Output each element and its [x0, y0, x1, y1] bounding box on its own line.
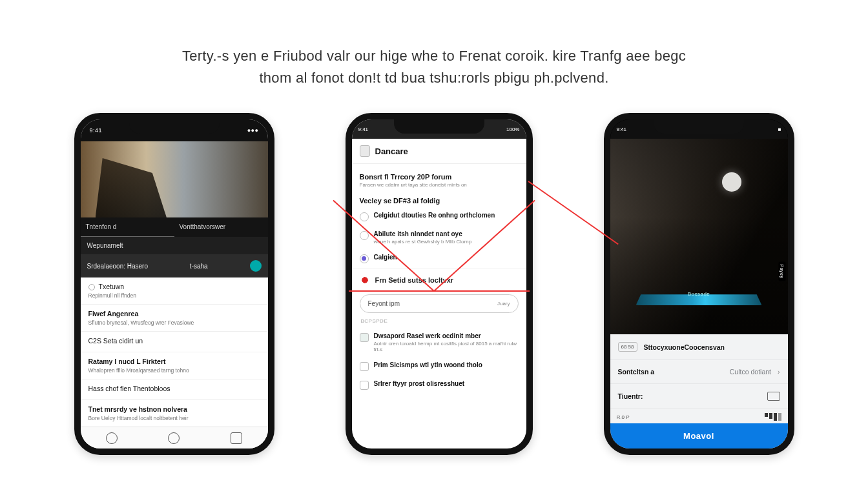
- notch: [394, 119, 484, 134]
- row-label: SttocyxuoneCoocensvan: [644, 343, 780, 351]
- row-chip: 68 58: [618, 342, 637, 352]
- status-right: ●●●: [247, 127, 259, 134]
- side-badge: Payey: [778, 262, 785, 281]
- radio-option[interactable]: Calgien: [360, 249, 519, 268]
- feed-list: Txetuwn Repinmull nll ffnden Fiwef Angen…: [81, 277, 268, 427]
- slider-label: Bocsade: [636, 291, 762, 297]
- nav-search-icon[interactable]: [168, 432, 180, 444]
- search-submit[interactable]: Juary: [497, 301, 510, 307]
- heading-line2: thom al fonot don!t td bua tshu:rorls pb…: [0, 67, 868, 89]
- callout-line: [349, 290, 530, 292]
- nav-library-icon[interactable]: [231, 432, 242, 444]
- radio-option[interactable]: Celgidut dtouties Re onhng orthclomen: [360, 207, 519, 226]
- checkbox-icon[interactable]: [360, 333, 369, 342]
- phone-frame-1: 9:41 9:00 ●●● Tntenfon d Vontthatvorswer…: [74, 113, 274, 455]
- row-value: Cultco dotiant: [730, 368, 771, 376]
- tab-left[interactable]: Tntenfon d: [81, 217, 174, 237]
- panel-row[interactable]: Sontcltsn a Cultco dotiant ›: [610, 360, 788, 384]
- list-item[interactable]: Ratamy l nucd L Firktert Whalopren ffllo…: [81, 352, 268, 379]
- dark-row-value: t-saha: [190, 263, 208, 270]
- tabs: Tntenfon d Vontthatvorswer: [81, 217, 268, 237]
- list-item[interactable]: Fiwef Angenrea Sflutno brynesal, Wrusfeo…: [81, 305, 268, 332]
- panel-row[interactable]: Tiuentr:: [610, 384, 788, 409]
- dark-row[interactable]: Srdealaeoon: Hasero t-saha: [81, 254, 268, 277]
- panel-row[interactable]: 68 58 SttocyxuoneCoocensvan: [610, 334, 788, 360]
- dark-row-label: Srdealaeoon: Hasero: [87, 263, 149, 270]
- status-right: 100%: [506, 126, 519, 132]
- section-caption: BCPSPDE: [352, 316, 526, 328]
- signal-icon: [765, 413, 781, 421]
- footer-label: R.0 P: [617, 414, 630, 420]
- page-header: Dancare: [352, 139, 526, 164]
- list-item[interactable]: Txetuwn Repinmull nll ffnden: [81, 277, 268, 305]
- highlighted-row[interactable]: Frn Setid sutss locltvxr: [352, 268, 526, 292]
- list-item[interactable]: Tnet mrsrdy ve hstnon nolvera Bore Ueloy…: [81, 400, 268, 427]
- list-item[interactable]: C2S Seta cidirt un: [81, 332, 268, 352]
- chevron-right-icon: ›: [778, 368, 780, 376]
- page-heading: Terty.-s yen e Friubod valr our hige whe…: [0, 0, 868, 89]
- radio-icon[interactable]: [360, 212, 369, 221]
- bottom-bar: [81, 427, 268, 449]
- list-item[interactable]: Srlrer ftyyr prost olisresshuet: [360, 376, 519, 394]
- heading-line1: Terty.-s yen e Friubod valr our hige whe…: [0, 45, 868, 67]
- video-preview[interactable]: Bocsade Payey: [610, 139, 788, 334]
- radio-icon-selected[interactable]: [360, 254, 369, 263]
- page-title: Dancare: [375, 146, 408, 156]
- panel-footer: R.0 P: [610, 409, 788, 423]
- phone-frame-3: 9:41 0 OFT T ■ Bocsade Payey 68 58 Sttoc…: [604, 113, 794, 455]
- moon-graphic: [722, 172, 741, 192]
- settings-panel: 68 58 SttocyxuoneCoocensvan Sontcltsn a …: [610, 334, 788, 449]
- bullet-icon: [88, 284, 95, 290]
- list-item[interactable]: Prim Sicismps wtl ytln woond tholo: [360, 357, 519, 376]
- notch: [654, 119, 744, 134]
- list-item[interactable]: Hass chof flen Thentobloos: [81, 379, 268, 400]
- nav-home-icon[interactable]: [106, 432, 118, 444]
- seek-slider[interactable]: Bocsade: [636, 287, 762, 305]
- edit-icon[interactable]: [767, 392, 780, 401]
- row-label: Tiuentr:: [618, 392, 761, 400]
- list-group: Dwsapord Rasel werk ocdinit mber Aotnir …: [352, 328, 526, 394]
- status-right: ■: [778, 126, 781, 132]
- hero-image: [81, 141, 268, 217]
- section-title: Bonsrt fl Trrcory 20P forum: [360, 173, 519, 181]
- notch: [129, 119, 220, 134]
- toggle-icon[interactable]: [250, 260, 262, 272]
- row-label: Sontcltsn a: [618, 368, 723, 376]
- radio-group: Celgidut dtouties Re onhng orthclomen Ab…: [352, 205, 526, 268]
- status-left: 9:41: [358, 126, 369, 132]
- status-left: 9:41: [617, 126, 627, 132]
- primary-action-button[interactable]: Moavol: [610, 423, 788, 449]
- archive-icon: [360, 145, 370, 157]
- section-title: Vecley se DF#3 al foldig: [360, 197, 519, 205]
- search-field[interactable]: Feyont ipm Juary: [360, 294, 519, 313]
- checkbox-icon[interactable]: [360, 362, 369, 371]
- subheader: Wepunamelt: [81, 237, 268, 254]
- section-sub: Faraen we cdatm urt taya stte doneist mi…: [360, 182, 519, 188]
- search-placeholder: Feyont ipm: [368, 300, 400, 307]
- checkbox-icon[interactable]: [360, 381, 369, 390]
- flag-icon: [360, 275, 370, 285]
- tab-right[interactable]: Vontthatvorswer: [174, 217, 268, 237]
- phone-frame-2: 9:41 9 • 41 AM 100% Dancare Bonsrt fl Tr…: [346, 113, 533, 455]
- list-item[interactable]: Dwsapord Rasel werk ocdinit mber Aotnir …: [360, 328, 519, 357]
- section: Bonsrt fl Trrcory 20P forum Faraen we cd…: [352, 164, 526, 205]
- radio-icon[interactable]: [360, 231, 369, 240]
